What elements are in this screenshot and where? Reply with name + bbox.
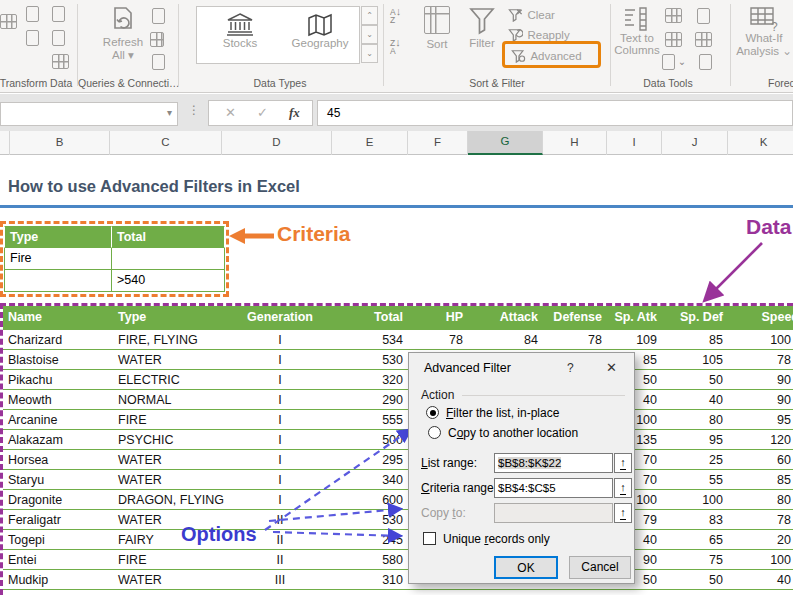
column-header-cell[interactable]: Sp. Atk: [610, 306, 665, 330]
column-header-cell[interactable]: Speed: [731, 306, 793, 330]
data-cell[interactable]: 534: [335, 330, 411, 350]
criteria-cell[interactable]: >540: [112, 270, 225, 292]
data-cell[interactable]: 50: [665, 370, 731, 390]
column-header-F[interactable]: F: [408, 131, 468, 155]
data-cell[interactable]: Feraligatr: [3, 510, 113, 530]
data-cell[interactable]: Charizard: [3, 330, 113, 350]
from-range-icon[interactable]: [52, 54, 69, 69]
column-header-I[interactable]: I: [607, 131, 662, 155]
data-cell[interactable]: PSYCHIC: [113, 430, 225, 450]
data-cell[interactable]: 80: [665, 410, 731, 430]
data-cell[interactable]: 95: [665, 430, 731, 450]
filter-in-place-label[interactable]: Filter the list, in-place: [446, 406, 559, 420]
insert-function-icon[interactable]: fx: [289, 105, 300, 121]
data-cell[interactable]: 120: [731, 430, 793, 450]
dialog-close-icon[interactable]: ✕: [606, 360, 617, 375]
name-box-dropdown-icon[interactable]: ▾: [167, 107, 172, 118]
data-cell[interactable]: [546, 590, 610, 595]
column-header-cell[interactable]: Defense: [546, 306, 610, 330]
data-cell[interactable]: 105: [665, 350, 731, 370]
data-cell[interactable]: 100: [731, 550, 793, 570]
data-cell[interactable]: 320: [335, 370, 411, 390]
column-header-C[interactable]: C: [110, 131, 222, 155]
data-cell[interactable]: Alakazam: [3, 430, 113, 450]
formula-bar-handle-icon[interactable]: ⋮: [188, 103, 200, 117]
name-box[interactable]: ▾: [0, 102, 178, 126]
recent-sources-icon[interactable]: [52, 6, 65, 22]
column-header-G[interactable]: G: [468, 131, 543, 155]
data-cell[interactable]: Staryu: [3, 470, 113, 490]
flash-fill-icon[interactable]: [665, 8, 682, 23]
data-cell[interactable]: 75: [665, 550, 731, 570]
data-cell[interactable]: 50: [665, 570, 731, 590]
data-cell[interactable]: FIRE: [113, 410, 225, 430]
data-cell[interactable]: I: [225, 390, 335, 410]
data-cell[interactable]: [471, 590, 546, 595]
data-cell[interactable]: 65: [665, 530, 731, 550]
data-cell[interactable]: I: [225, 350, 335, 370]
text-to-columns-button[interactable]: Text to Columns: [613, 4, 661, 56]
criteria-cell[interactable]: Type: [4, 226, 112, 248]
data-cell[interactable]: FIRE, GROUND: [113, 590, 225, 595]
data-cell[interactable]: 90: [731, 370, 793, 390]
data-cell[interactable]: 55: [665, 470, 731, 490]
data-cell[interactable]: 25: [665, 450, 731, 470]
data-cell[interactable]: I: [225, 330, 335, 350]
remove-duplicates-icon[interactable]: [665, 32, 682, 47]
criteria-cell[interactable]: Fire: [4, 248, 112, 270]
data-cell[interactable]: NORMAL: [113, 390, 225, 410]
cancel-entry-icon[interactable]: ✕: [225, 105, 236, 120]
data-cell[interactable]: [411, 590, 471, 595]
data-cell[interactable]: 90: [731, 390, 793, 410]
data-cell[interactable]: 85: [665, 330, 731, 350]
data-cell[interactable]: 60: [731, 450, 793, 470]
gallery-more-button[interactable]: ⌄: [361, 44, 378, 63]
column-header-B[interactable]: B: [10, 131, 110, 155]
from-table-icon[interactable]: [0, 14, 17, 29]
column-header-J[interactable]: J: [662, 131, 728, 155]
sort-ascending-button[interactable]: A↓Z: [390, 7, 412, 24]
data-cell[interactable]: 40: [665, 390, 731, 410]
data-cell[interactable]: 40: [731, 570, 793, 590]
column-header-A-sliver[interactable]: [0, 131, 10, 155]
data-cell[interactable]: 290: [335, 390, 411, 410]
criteria-range-input[interactable]: $B$4:$C$5: [494, 478, 613, 498]
sort-descending-button[interactable]: Z↓A: [390, 38, 412, 55]
criteria-cell[interactable]: Total: [112, 226, 225, 248]
data-cell[interactable]: Entei: [3, 550, 113, 570]
data-cell[interactable]: I: [225, 370, 335, 390]
data-cell[interactable]: ELECTRIC: [113, 370, 225, 390]
data-cell[interactable]: 530: [335, 350, 411, 370]
column-header-H[interactable]: H: [543, 131, 607, 155]
column-header-cell[interactable]: HP: [411, 306, 471, 330]
data-cell[interactable]: 109: [610, 330, 665, 350]
data-cell[interactable]: Blastoise: [3, 350, 113, 370]
data-cell[interactable]: FIRE: [113, 550, 225, 570]
criteria-cell[interactable]: [112, 248, 225, 270]
from-web-icon[interactable]: [26, 30, 39, 46]
data-cell[interactable]: 100: [665, 490, 731, 510]
consolidate-icon[interactable]: [697, 8, 710, 24]
column-header-cell[interactable]: Name: [3, 306, 113, 330]
data-cell[interactable]: 310: [335, 570, 411, 590]
data-cell[interactable]: FIRE, FLYING: [113, 330, 225, 350]
data-cell[interactable]: Horsea: [3, 450, 113, 470]
data-cell[interactable]: 105: [610, 590, 665, 595]
data-cell[interactable]: 95: [731, 410, 793, 430]
data-validation-button[interactable]: ⌄: [662, 54, 686, 70]
dialog-help-button[interactable]: ?: [567, 361, 574, 375]
data-cell[interactable]: II: [225, 550, 335, 570]
list-range-input[interactable]: $B$8:$K$22: [494, 453, 613, 473]
data-cell[interactable]: Togepi: [3, 530, 113, 550]
data-cell[interactable]: 460: [335, 590, 411, 595]
column-header-D[interactable]: D: [222, 131, 332, 155]
data-cell[interactable]: 40: [731, 590, 793, 595]
data-cell[interactable]: 580: [335, 550, 411, 570]
copy-to-location-label[interactable]: Copy to another location: [448, 426, 578, 440]
data-cell[interactable]: 80: [731, 490, 793, 510]
gallery-down-button[interactable]: ⌄: [361, 25, 378, 44]
data-cell[interactable]: 85: [731, 470, 793, 490]
queries-connections-icon[interactable]: [152, 8, 165, 24]
data-cell[interactable]: 83: [665, 510, 731, 530]
data-cell[interactable]: 78: [731, 350, 793, 370]
